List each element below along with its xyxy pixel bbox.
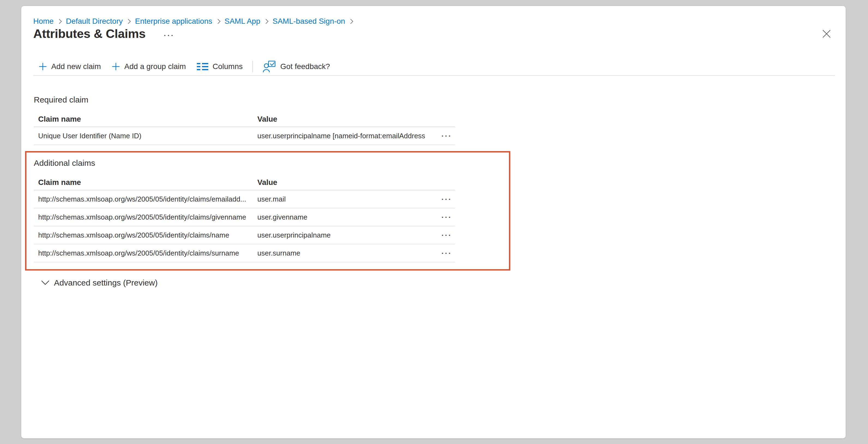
add-new-claim-button[interactable]: Add new claim bbox=[33, 59, 106, 74]
row-menu-icon[interactable]: ••• bbox=[440, 132, 455, 140]
additional-claims-section: Additional claims Claim name Value http:… bbox=[34, 158, 455, 262]
breadcrumb-link-home[interactable]: Home bbox=[33, 16, 54, 27]
breadcrumb: Home Default Directory Enterprise applic… bbox=[33, 16, 358, 27]
breadcrumb-chevron-icon bbox=[264, 19, 268, 24]
row-menu-icon[interactable]: ••• bbox=[440, 249, 455, 257]
table-row[interactable]: Unique User Identifier (Name ID) user.us… bbox=[34, 127, 455, 145]
plus-icon bbox=[112, 62, 120, 71]
table-row[interactable]: http://schemas.xmlsoap.org/ws/2005/05/id… bbox=[34, 244, 455, 262]
column-header-claim-name: Claim name bbox=[38, 115, 257, 123]
claim-value-cell: user.givenname bbox=[257, 213, 425, 221]
feedback-person-icon bbox=[263, 60, 276, 73]
breadcrumb-link-default-directory[interactable]: Default Directory bbox=[66, 16, 123, 27]
add-group-claim-button[interactable]: Add a group claim bbox=[106, 59, 191, 74]
breadcrumb-link-enterprise-applications[interactable]: Enterprise applications bbox=[135, 16, 212, 27]
plus-icon bbox=[39, 62, 47, 71]
required-claim-table-header: Claim name Value bbox=[34, 112, 455, 127]
breadcrumb-chevron-icon bbox=[348, 19, 353, 24]
chevron-down-icon bbox=[41, 280, 50, 286]
title-row: Attributes & Claims ••• bbox=[33, 27, 177, 41]
breadcrumb-link-saml-app[interactable]: SAML App bbox=[225, 16, 260, 27]
table-row[interactable]: http://schemas.xmlsoap.org/ws/2005/05/id… bbox=[34, 190, 455, 208]
columns-button[interactable]: Columns bbox=[191, 59, 248, 74]
claim-value-cell: user.userprincipalname bbox=[257, 231, 425, 239]
column-header-claim-name: Claim name bbox=[38, 178, 257, 187]
close-button[interactable] bbox=[819, 26, 834, 41]
command-bar: Add new claim Add a group claim Columns bbox=[33, 58, 835, 76]
advanced-settings-toggle[interactable]: Advanced settings (Preview) bbox=[41, 277, 160, 289]
table-row[interactable]: http://schemas.xmlsoap.org/ws/2005/05/id… bbox=[34, 226, 455, 244]
row-menu-icon[interactable]: ••• bbox=[440, 213, 455, 221]
add-group-claim-label: Add a group claim bbox=[124, 62, 186, 71]
page-title: Attributes & Claims bbox=[33, 27, 146, 41]
breadcrumb-chevron-icon bbox=[57, 19, 62, 24]
additional-claims-title: Additional claims bbox=[34, 158, 455, 169]
page-more-options-icon[interactable]: ••• bbox=[162, 32, 177, 39]
table-row[interactable]: http://schemas.xmlsoap.org/ws/2005/05/id… bbox=[34, 208, 455, 226]
columns-label: Columns bbox=[213, 62, 243, 71]
breadcrumb-chevron-icon bbox=[215, 19, 220, 24]
row-menu-icon[interactable]: ••• bbox=[440, 195, 455, 203]
columns-icon bbox=[197, 62, 208, 71]
required-claim-title: Required claim bbox=[34, 94, 455, 105]
advanced-settings-label: Advanced settings (Preview) bbox=[54, 278, 158, 288]
claim-value-cell: user.mail bbox=[257, 195, 425, 203]
column-header-value: Value bbox=[257, 115, 425, 123]
toolbar-divider bbox=[252, 61, 253, 72]
breadcrumb-link-saml-based-sign-on[interactable]: SAML-based Sign-on bbox=[273, 16, 345, 27]
close-icon bbox=[822, 29, 831, 38]
column-header-value: Value bbox=[257, 178, 425, 187]
add-new-claim-label: Add new claim bbox=[51, 62, 101, 71]
claim-name-cell: http://schemas.xmlsoap.org/ws/2005/05/id… bbox=[38, 195, 257, 203]
required-claim-section: Required claim Claim name Value Unique U… bbox=[34, 94, 455, 145]
breadcrumb-chevron-icon bbox=[126, 19, 131, 24]
claim-name-cell: http://schemas.xmlsoap.org/ws/2005/05/id… bbox=[38, 231, 257, 239]
claim-name-cell: http://schemas.xmlsoap.org/ws/2005/05/id… bbox=[38, 249, 257, 258]
claim-name-cell: http://schemas.xmlsoap.org/ws/2005/05/id… bbox=[38, 213, 257, 221]
claim-value-cell: user.userprincipalname [nameid-format:em… bbox=[257, 132, 425, 140]
page-background: { "colors": { "background": "#cfcfcf", "… bbox=[0, 0, 868, 444]
got-feedback-button[interactable]: Got feedback? bbox=[257, 59, 335, 74]
claim-value-cell: user.surname bbox=[257, 249, 425, 258]
got-feedback-label: Got feedback? bbox=[280, 62, 330, 71]
attributes-claims-panel: Home Default Directory Enterprise applic… bbox=[21, 6, 846, 438]
additional-claims-table-header: Claim name Value bbox=[34, 175, 455, 190]
row-menu-icon[interactable]: ••• bbox=[440, 231, 455, 239]
claim-name-cell: Unique User Identifier (Name ID) bbox=[38, 132, 257, 140]
